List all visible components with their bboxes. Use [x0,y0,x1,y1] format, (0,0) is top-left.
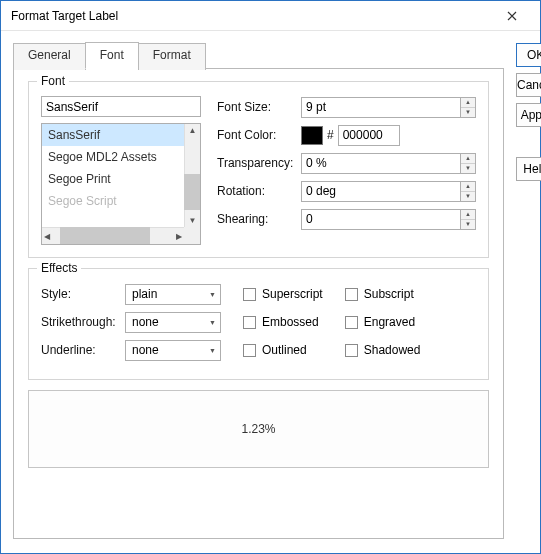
spin-up-icon[interactable]: ▲ [461,98,475,108]
help-button[interactable]: Help [516,157,541,181]
embossed-label: Embossed [262,315,319,329]
underline-select[interactable]: none▼ [125,340,221,361]
chevron-down-icon: ▼ [209,319,216,326]
font-list-items: SansSerif Segoe MDL2 Assets Segoe Print … [42,124,184,212]
ok-button[interactable]: OK [516,43,541,67]
shadowed-checkbox[interactable]: Shadowed [345,339,421,361]
title-bar: Format Target Label [1,1,540,31]
rotation-spinner[interactable]: ▲▼ [301,181,476,202]
horizontal-scroll-thumb[interactable] [60,227,150,244]
outlined-label: Outlined [262,343,307,357]
close-button[interactable] [492,2,532,30]
font-size-input[interactable] [301,97,460,118]
spin-up-icon[interactable]: ▲ [461,210,475,220]
font-list-item[interactable]: Segoe Print [42,168,184,190]
spin-down-icon[interactable]: ▼ [461,192,475,201]
preview-text: 1.23% [241,422,275,436]
cancel-button[interactable]: Cancel [516,73,541,97]
superscript-checkbox[interactable]: Superscript [243,283,323,305]
shearing-spin-buttons: ▲▼ [460,209,476,230]
outlined-checkbox[interactable]: Outlined [243,339,323,361]
transparency-label: Transparency: [217,156,301,170]
font-list-item[interactable]: SansSerif [42,124,184,146]
font-list-item[interactable]: Segoe MDL2 Assets [42,146,184,168]
window-title: Format Target Label [11,9,492,23]
scroll-corner [184,227,200,244]
subscript-label: Subscript [364,287,414,301]
font-size-spin-buttons: ▲▼ [460,97,476,118]
effects-group-title: Effects [37,261,81,275]
chevron-down-icon: ▼ [209,347,216,354]
font-group-title: Font [37,74,69,88]
checkbox-icon [243,344,256,357]
font-list-item[interactable]: Segoe Script [42,190,184,212]
font-row: SansSerif Segoe MDL2 Assets Segoe Print … [41,96,476,245]
strike-label: Strikethrough: [41,315,125,329]
font-size-spinner[interactable]: ▲▼ [301,97,476,118]
strike-select[interactable]: none▼ [125,312,221,333]
scroll-right-icon: ▶ [174,230,184,243]
font-listbox[interactable]: SansSerif Segoe MDL2 Assets Segoe Print … [41,123,201,245]
font-color-label: Font Color: [217,128,301,142]
engraved-label: Engraved [364,315,415,329]
font-color-hex-input[interactable] [338,125,400,146]
checkbox-icon [345,288,358,301]
rotation-label: Rotation: [217,184,301,198]
subscript-checkbox[interactable]: Subscript [345,283,421,305]
dialog-body: General Font Format Font SansSerif Segoe… [1,31,540,553]
vertical-scroll-thumb[interactable] [184,174,200,210]
strike-value: none [132,315,159,329]
rotation-input[interactable] [301,181,460,202]
font-size-label: Font Size: [217,100,301,114]
checkbox-icon [243,316,256,329]
shearing-input[interactable] [301,209,460,230]
style-label: Style: [41,287,125,301]
embossed-checkbox[interactable]: Embossed [243,311,323,333]
tab-general[interactable]: General [13,43,86,70]
tab-format[interactable]: Format [138,43,206,70]
shearing-spinner[interactable]: ▲▼ [301,209,476,230]
scroll-left-icon: ◀ [42,230,52,243]
transparency-input[interactable] [301,153,460,174]
tab-strip: General Font Format [13,41,504,68]
superscript-label: Superscript [262,287,323,301]
font-color-swatch[interactable] [301,126,323,145]
font-props-column: Font Size: ▲▼ Font Color: # [217,96,476,245]
shadowed-label: Shadowed [364,343,421,357]
transparency-spin-buttons: ▲▼ [460,153,476,174]
style-value: plain [132,287,157,301]
left-pane: General Font Format Font SansSerif Segoe… [13,41,504,539]
style-select[interactable]: plain▼ [125,284,221,305]
font-group: Font SansSerif Segoe MDL2 Assets Segoe P… [28,81,489,258]
preview-area: 1.23% [28,390,489,468]
effects-checks-col1: Superscript Embossed Outlined [243,283,323,367]
spin-down-icon[interactable]: ▼ [461,220,475,229]
scroll-up-icon: ▲ [187,124,199,137]
hash-symbol: # [327,128,334,142]
effects-checks-col2: Subscript Engraved Shadowed [345,283,421,367]
apply-button[interactable]: Apply [516,103,541,127]
effects-selects: Style: plain▼ Strikethrough: none▼ Under… [41,283,221,367]
underline-label: Underline: [41,343,125,357]
shearing-label: Shearing: [217,212,301,226]
effects-columns: Style: plain▼ Strikethrough: none▼ Under… [41,283,476,367]
button-column: OK Cancel Apply Help [516,41,541,539]
chevron-down-icon: ▼ [209,291,216,298]
spin-up-icon[interactable]: ▲ [461,182,475,192]
checkbox-icon [243,288,256,301]
spin-down-icon[interactable]: ▼ [461,108,475,117]
dialog-window: Format Target Label General Font Format … [0,0,541,554]
font-name-input[interactable] [41,96,201,117]
tab-font[interactable]: Font [85,42,139,69]
engraved-checkbox[interactable]: Engraved [345,311,421,333]
effects-group: Effects Style: plain▼ Strikethrough: non… [28,268,489,380]
spin-down-icon[interactable]: ▼ [461,164,475,173]
checkbox-icon [345,316,358,329]
underline-value: none [132,343,159,357]
transparency-spinner[interactable]: ▲▼ [301,153,476,174]
scroll-down-icon: ▼ [187,214,199,227]
tab-panel-font: Font SansSerif Segoe MDL2 Assets Segoe P… [13,68,504,539]
checkbox-icon [345,344,358,357]
font-list-column: SansSerif Segoe MDL2 Assets Segoe Print … [41,96,201,245]
spin-up-icon[interactable]: ▲ [461,154,475,164]
